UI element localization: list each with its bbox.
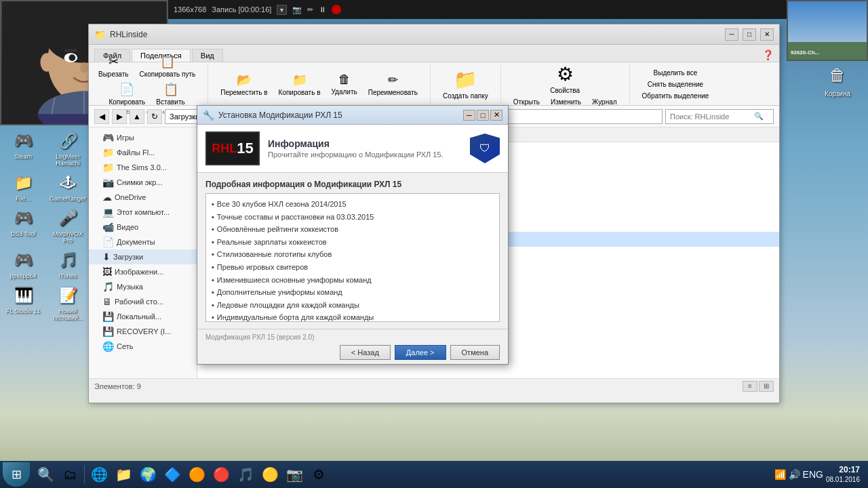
taskbar-app4[interactable]: 🎵 (234, 463, 257, 486)
help-icon[interactable]: ❓ (762, 49, 774, 60)
forward-button[interactable]: ▶ (112, 109, 127, 124)
paste-button[interactable]: 📋 Вставить (152, 81, 189, 107)
desktop-icon-testoviy[interactable]: 📝 Новий тестовий... (47, 283, 88, 321)
next-button[interactable]: Далее > (395, 345, 446, 360)
sidebar-item-computer[interactable]: 💻 Этот компьют... (89, 205, 197, 220)
steam-label: Steam (14, 153, 32, 160)
taskbar-app7[interactable]: ⚙ (307, 463, 330, 486)
detail-view-button[interactable]: ⊞ (759, 381, 774, 392)
taskbar-app2[interactable]: 🟠 (185, 463, 208, 486)
open-button[interactable]: Открыть (509, 97, 544, 107)
sidebar-item-downloads[interactable]: ⬇ Загрузки (89, 249, 197, 264)
select-all-button[interactable]: Выделить все (650, 68, 702, 78)
pause-icon[interactable]: ⏸ (319, 5, 326, 14)
pencil-icon[interactable]: ✏ (307, 5, 313, 14)
recording-dropdown[interactable]: ▾ (277, 5, 287, 15)
maximize-button[interactable]: □ (743, 28, 756, 41)
tray-network-icon[interactable]: 📶 (774, 469, 786, 480)
dialog-close-button[interactable]: ✕ (490, 110, 502, 121)
sidebar-item-music[interactable]: 🎵 Музыка (89, 279, 197, 294)
properties-icon: ⚙ (557, 63, 574, 85)
delete-button[interactable]: 🗑 Удалить (328, 71, 361, 98)
dialog-info-box[interactable]: • Все 30 клубов НХЛ сезона 2014/2015 • Т… (205, 193, 500, 322)
cancel-button[interactable]: Отмена (450, 345, 500, 360)
deselect-button[interactable]: Снять выделение (644, 79, 707, 89)
taskbar-cortana[interactable]: 🗂 (58, 463, 81, 486)
close-button[interactable]: ✕ (760, 28, 774, 41)
installer-dialog[interactable]: 🔧 Установка Модификации РХЛ 15 ─ □ ✕ RHL… (197, 105, 509, 365)
sidebar-item-screenshots[interactable]: 📷 Снимки экр... (89, 175, 197, 190)
sidebar-item-onedrive[interactable]: ☁ OneDrive (89, 190, 197, 205)
dialog-section-title: Подробная информация о Модификации РХЛ 1… (205, 180, 500, 189)
rename-button[interactable]: ✏ Переименовать (364, 71, 422, 98)
edit-button[interactable]: Изменить (547, 97, 585, 107)
dialog-body: Подробная информация о Модификации РХЛ 1… (197, 173, 508, 329)
search-icon: 🔍 (754, 112, 764, 121)
taskbar-browser2[interactable]: 🌍 (136, 463, 159, 486)
sidebar-item-games[interactable]: 🎮 Игры (89, 130, 197, 145)
desktop-icon-itunes[interactable]: 🎵 iTunes (47, 248, 88, 279)
desktop-icon-file[interactable]: 📁 File... (3, 171, 43, 202)
move-to-button[interactable]: 📂 Переместить в (216, 71, 271, 98)
desktop-icon-steam[interactable]: 🎮 Steam (3, 129, 43, 167)
copy-path-button[interactable]: 📋 Скопировать путь (135, 53, 199, 79)
dialog-maximize[interactable]: □ (477, 110, 489, 121)
sidebar-item-files[interactable]: 📁 Файлы Fl... (89, 145, 197, 160)
bullet-4: • (212, 249, 214, 261)
cut-label: Вырезать (98, 70, 128, 78)
desktop-icon-logmein[interactable]: 🔗 LogMeIn Hamachi (47, 129, 88, 167)
start-button[interactable]: ⊞ (3, 462, 30, 487)
sidebar-item-images[interactable]: 🖼 Изображени... (89, 264, 197, 279)
search-input[interactable] (670, 113, 751, 121)
copy-button[interactable]: 📄 Копировать (104, 81, 149, 107)
camera-icon[interactable]: 📷 (292, 5, 302, 14)
sidebar-item-docs[interactable]: 📄 Документы (89, 235, 197, 249)
info-text-4: Стилизованные логотипы клубов (217, 249, 332, 261)
properties-button[interactable]: ⚙ Свойства (546, 62, 584, 96)
open-label: Открыть (513, 98, 540, 106)
search-box[interactable]: 🔍 (665, 109, 774, 124)
tray-volume-icon[interactable]: 🔊 (789, 469, 800, 480)
invert-button[interactable]: Обратить выделение (638, 91, 713, 101)
desktop-icon-flstudio[interactable]: 🎹 FL Studio 11 (3, 283, 43, 321)
back-button[interactable]: < Назад (340, 345, 391, 360)
refresh-button[interactable]: ↻ (147, 109, 162, 124)
svg-rect-15 (788, 1, 868, 42)
sidebar-item-local[interactable]: 💾 Локальный... (89, 309, 197, 324)
taskbar-app5[interactable]: 🟡 (258, 463, 281, 486)
up-button[interactable]: ▲ (130, 109, 144, 124)
dialog-minimize[interactable]: ─ (463, 110, 475, 121)
desktop-icon-gameranger[interactable]: 🕹 GameRanger (47, 171, 88, 202)
deselect-label: Снять выделение (648, 81, 703, 88)
desktop-icon-trash[interactable]: 🗑 Корзина (814, 62, 861, 98)
cut-button[interactable]: ✂ Вырезать (94, 53, 132, 79)
sidebar-item-recovery[interactable]: 💾 RECOVERY (I... (89, 324, 197, 339)
new-folder-button[interactable]: 📁 Создать папку (439, 67, 492, 101)
taskbar-search[interactable]: 🔍 (34, 463, 57, 486)
ribbon-buttons-org: 📂 Переместить в 📁 Копировать в 🗑 Удалить (216, 71, 422, 98)
list-view-button[interactable]: ≡ (743, 381, 757, 392)
taskbar-explorer[interactable]: 📁 (112, 463, 135, 486)
taskbar-app1[interactable]: 🔷 (161, 463, 184, 486)
local-sidebar-icon: 💾 (102, 311, 114, 322)
journal-button[interactable]: Журнал (588, 97, 621, 107)
sidebar-item-sims[interactable]: 📁 The Sims 3.0... (89, 160, 197, 175)
back-button[interactable]: ◀ (94, 109, 109, 124)
sidebar-item-desktop[interactable]: 🖥 Рабочий сто... (89, 294, 197, 309)
copy-to-button[interactable]: 📁 Копировать в (275, 71, 325, 98)
minimize-button[interactable]: ─ (725, 28, 738, 41)
taskbar-app6[interactable]: 📷 (283, 463, 306, 486)
taskbar-ie[interactable]: 🌐 (87, 463, 111, 486)
tray-lang[interactable]: ENG (803, 469, 823, 480)
desktop-icon-ds3[interactable]: 🎮 DS3 Tool (3, 206, 43, 244)
desktop-icon-ppsspp[interactable]: 🎮 ppsspp64 (3, 248, 43, 279)
sidebar-item-network[interactable]: 🌐 Сеть (89, 339, 197, 354)
recording-bar: 1366x768 Запись [00:00:16] ▾ 📷 ✏ ⏸ (168, 0, 787, 19)
explorer-titlebar: 📁 RHLinside ─ □ ✕ (89, 24, 779, 45)
rhl-logo-num: 15 (237, 140, 253, 157)
record-indicator (332, 5, 341, 14)
tray-clock[interactable]: 20:17 08.01.2016 (826, 465, 860, 485)
sidebar-item-video[interactable]: 📹 Видео (89, 220, 197, 235)
taskbar-app3[interactable]: 🔴 (210, 463, 233, 486)
desktop-icon-morphvox[interactable]: 🎤 MorphVOX Pro (47, 206, 88, 244)
